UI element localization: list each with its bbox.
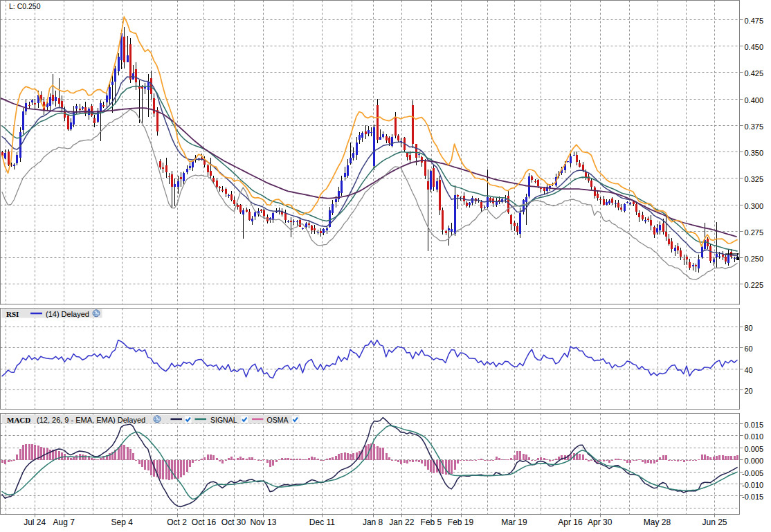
svg-text:0.015: 0.015 <box>745 421 764 429</box>
svg-text:-0.010: -0.010 <box>742 481 763 489</box>
svg-text:0.475: 0.475 <box>745 17 764 25</box>
svg-text:Dec 11: Dec 11 <box>309 517 335 527</box>
svg-text:Apr 16: Apr 16 <box>558 517 583 527</box>
svg-text:0.300: 0.300 <box>745 202 764 210</box>
svg-text:20: 20 <box>745 387 753 395</box>
svg-text:Nov 13: Nov 13 <box>250 517 276 527</box>
svg-text:RSI: RSI <box>6 310 19 318</box>
svg-text:Feb 5: Feb 5 <box>421 517 442 527</box>
svg-text:-0.015: -0.015 <box>742 493 763 501</box>
svg-text:0.010: 0.010 <box>745 432 764 441</box>
svg-text:May 28: May 28 <box>644 517 671 527</box>
svg-text:80: 80 <box>745 324 753 332</box>
svg-text:0.225: 0.225 <box>745 281 764 289</box>
svg-text:0.275: 0.275 <box>745 228 764 237</box>
svg-text:0.005: 0.005 <box>745 445 764 453</box>
svg-text:OSMA: OSMA <box>267 416 289 424</box>
svg-text:MACD: MACD <box>7 416 30 424</box>
svg-text:Oct 16: Oct 16 <box>192 517 217 527</box>
svg-text:0.450: 0.450 <box>745 43 764 51</box>
svg-text:0.000: 0.000 <box>745 457 764 465</box>
svg-text:0.350: 0.350 <box>745 149 764 157</box>
svg-text:(12, 26, 9 - EMA, EMA) Delayed: (12, 26, 9 - EMA, EMA) Delayed <box>37 416 145 424</box>
svg-text:Apr 30: Apr 30 <box>588 517 613 527</box>
svg-text:Oct 30: Oct 30 <box>221 517 246 527</box>
svg-text:SIGNAL: SIGNAL <box>210 416 237 424</box>
svg-text:Aug 7: Aug 7 <box>53 517 75 527</box>
svg-text:-0.005: -0.005 <box>742 469 763 477</box>
svg-text:Jan 22: Jan 22 <box>389 517 414 527</box>
svg-text:0.400: 0.400 <box>745 96 764 104</box>
svg-text:Jan 8: Jan 8 <box>363 517 383 527</box>
svg-text:0.375: 0.375 <box>745 122 764 131</box>
svg-text:40: 40 <box>745 366 753 374</box>
svg-text:Mar 19: Mar 19 <box>501 517 527 527</box>
svg-text:Jun 25: Jun 25 <box>702 517 727 527</box>
svg-text:L: C0.250: L: C0.250 <box>9 2 41 10</box>
svg-text:60: 60 <box>745 345 753 353</box>
svg-text:0.250: 0.250 <box>745 255 764 263</box>
svg-text:0.425: 0.425 <box>745 69 764 77</box>
svg-text:0.325: 0.325 <box>745 175 764 183</box>
svg-text:Sep 4: Sep 4 <box>111 517 134 527</box>
svg-text:Feb 19: Feb 19 <box>448 517 474 527</box>
svg-text:Oct 2: Oct 2 <box>167 517 187 527</box>
svg-text:Jul 24: Jul 24 <box>24 517 46 527</box>
svg-text:(14) Delayed: (14) Delayed <box>46 310 89 318</box>
